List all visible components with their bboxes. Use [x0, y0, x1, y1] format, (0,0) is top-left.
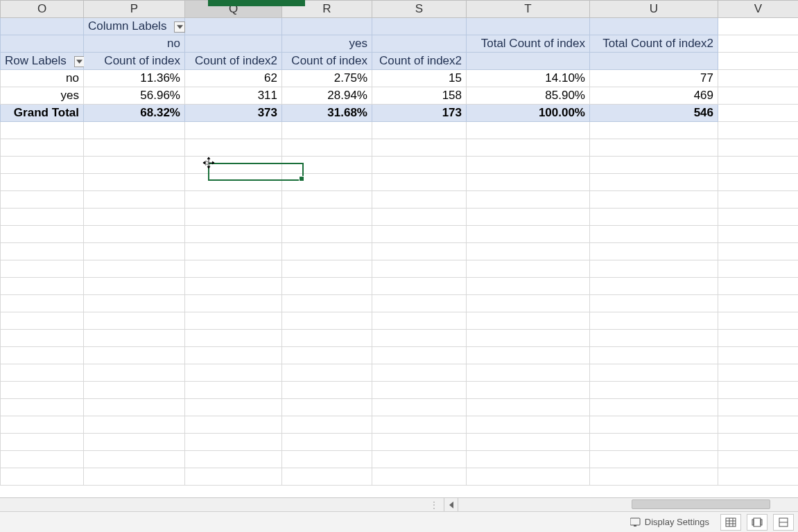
cell-value[interactable]: 85.90% — [467, 87, 590, 105]
pivot-total-ci2-header: Total Count of index2 — [590, 35, 718, 53]
pivot-colgroup-no: no — [84, 35, 185, 53]
svg-rect-11 — [761, 520, 762, 525]
table-row[interactable]: no 11.36% 62 2.75% 15 14.10% 77 — [1, 70, 799, 87]
pivot-row-labels-cell[interactable]: Row Labels — [1, 53, 84, 70]
triangle-left-icon — [449, 502, 454, 508]
scroll-left-button[interactable] — [444, 498, 458, 511]
row-label[interactable]: yes — [1, 87, 84, 105]
col-header-S[interactable]: S — [372, 1, 467, 18]
cell-value: 100.00% — [467, 105, 590, 122]
col-header-V[interactable]: V — [718, 1, 799, 18]
col-header-T[interactable]: T — [467, 1, 590, 18]
selected-column-indicator — [208, 0, 305, 6]
cell-value[interactable]: 77 — [590, 70, 718, 87]
hdr-yes-count-index: Count of index — [282, 53, 372, 70]
cell-blank[interactable] — [718, 70, 799, 87]
status-bar: Display Settings — [0, 511, 798, 532]
grand-total-label: Grand Total — [1, 105, 84, 122]
cell-value[interactable]: 11.36% — [84, 70, 185, 87]
cell-value[interactable]: 62 — [185, 70, 282, 87]
pivot-hdr-blank — [467, 18, 590, 35]
cell-blank[interactable] — [718, 18, 799, 35]
cell-value[interactable]: 15 — [372, 70, 467, 87]
pivot-blank — [1, 35, 84, 53]
pivot-hdr-blank — [372, 35, 467, 53]
view-normal-button[interactable] — [720, 514, 741, 531]
col-header-U[interactable]: U — [590, 1, 718, 18]
svg-rect-4 — [726, 518, 736, 526]
view-page-break-button[interactable] — [773, 514, 794, 531]
pivot-blank — [1, 18, 84, 35]
cell-value[interactable]: 469 — [590, 87, 718, 105]
pivot-colgroup-yes: yes — [282, 35, 372, 53]
column-header-row[interactable]: O P Q R S T U V — [1, 1, 799, 18]
svg-rect-3 — [634, 525, 636, 526]
display-settings-label: Display Settings — [645, 517, 709, 527]
hdr-no-count-index2: Count of index2 — [185, 53, 282, 70]
horizontal-scroll-area[interactable]: ⋮ — [0, 497, 798, 511]
grand-total-row[interactable]: Grand Total 68.32% 373 31.68% 173 100.00… — [1, 105, 799, 122]
pivot-hdr-blank — [282, 18, 372, 35]
pivot-hdr-blank — [185, 35, 282, 53]
display-settings-button[interactable]: Display Settings — [625, 514, 715, 530]
svg-rect-2 — [630, 518, 640, 525]
chevron-down-icon — [76, 60, 83, 64]
view-page-layout-button[interactable] — [747, 514, 767, 531]
table-row[interactable]: yes 56.96% 311 28.94% 158 85.90% 469 — [1, 87, 799, 105]
cell-value[interactable]: 28.94% — [282, 87, 372, 105]
cell-value: 546 — [590, 105, 718, 122]
cell-value: 173 — [372, 105, 467, 122]
cell-value: 68.32% — [84, 105, 185, 122]
cell-blank[interactable] — [718, 35, 799, 53]
col-header-P[interactable]: P — [84, 1, 185, 18]
pivot-column-labels-cell[interactable]: Column Labels — [84, 18, 185, 35]
page-break-icon — [778, 517, 789, 527]
horizontal-scrollbar-thumb[interactable] — [632, 499, 770, 509]
pivot-hdr-blank — [372, 18, 467, 35]
pivot-hdr-blank — [467, 53, 590, 70]
cell-value: 373 — [185, 105, 282, 122]
pivot-hdr-blank — [590, 53, 718, 70]
cell-blank[interactable] — [718, 53, 799, 70]
sheet-tab-grip[interactable]: ⋮ — [0, 498, 444, 511]
cell-value[interactable]: 56.96% — [84, 87, 185, 105]
pivot-hdr-blank — [185, 18, 282, 35]
page-layout-icon — [752, 517, 763, 527]
pivot-column-labels-text: Column Labels — [88, 19, 166, 33]
horizontal-scrollbar-track[interactable] — [458, 498, 798, 511]
grid-icon — [725, 517, 736, 527]
spreadsheet-grid[interactable]: O P Q R S T U V Column Labels — [0, 0, 798, 486]
col-header-O[interactable]: O — [1, 1, 84, 18]
cell-value[interactable]: 311 — [185, 87, 282, 105]
cell-value[interactable]: 14.10% — [467, 70, 590, 87]
hdr-no-count-index: Count of index — [84, 53, 185, 70]
cell-value[interactable]: 158 — [372, 87, 467, 105]
display-settings-icon — [630, 517, 641, 527]
hdr-yes-count-index2: Count of index2 — [372, 53, 467, 70]
cell-value: 31.68% — [282, 105, 372, 122]
pivot-row-labels-text: Row Labels — [5, 54, 67, 67]
pivot-total-ci-header: Total Count of index — [467, 35, 590, 53]
chevron-down-icon — [177, 25, 183, 29]
svg-rect-9 — [754, 518, 761, 526]
cell-value[interactable]: 2.75% — [282, 70, 372, 87]
cell-blank[interactable] — [718, 105, 799, 122]
pivot-hdr-blank — [590, 18, 718, 35]
column-labels-dropdown-button[interactable] — [174, 21, 185, 33]
cell-blank[interactable] — [718, 87, 799, 105]
worksheet-area[interactable]: O P Q R S T U V Column Labels — [0, 0, 798, 497]
svg-rect-10 — [752, 520, 754, 525]
row-label[interactable]: no — [1, 70, 84, 87]
